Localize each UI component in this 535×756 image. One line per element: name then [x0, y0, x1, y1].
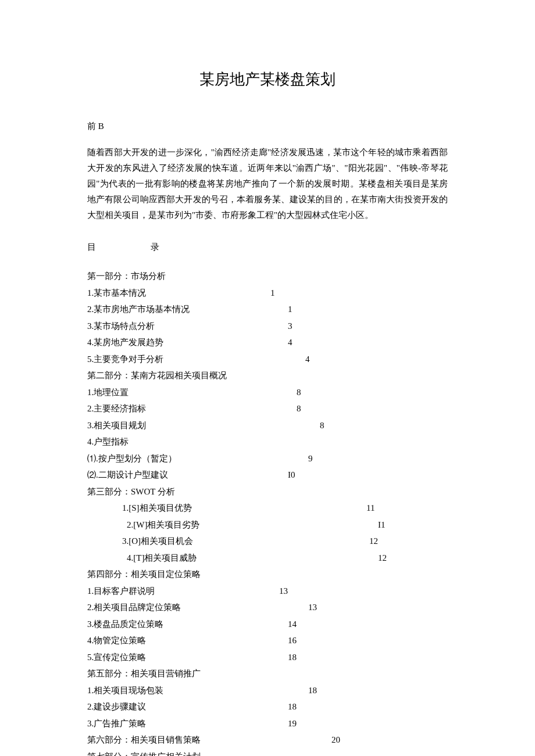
toc-row: 2.建设步骤建议18	[87, 698, 448, 715]
toc-entry-page: 11	[366, 501, 374, 515]
toc-entry-text: 3.[O]相关项目机会	[122, 535, 193, 548]
toc-entry-page: 9	[308, 452, 313, 465]
toc-entry-text: 3.相关项目规划	[87, 419, 146, 432]
toc-entry-text: 2.相关项目品牌定位策略	[87, 601, 181, 614]
toc-entry-text: 4.物管定位策略	[87, 634, 146, 647]
toc-row: 2.[W]相关项目劣势I1	[87, 517, 448, 533]
toc-entry-page: 13	[308, 601, 317, 614]
toc-entry-text: ⑵.二期设计户型建议	[87, 468, 168, 482]
preface-label: 前 B	[87, 120, 448, 133]
toc-row: 4.[T]相关项目威胁12	[87, 550, 448, 567]
toc-entry-text: 5.宣传定位策略	[87, 651, 146, 664]
toc-entry-text: 1.相关项目现场包装	[87, 684, 163, 697]
toc-row: 第三部分：SWOT 分析	[87, 483, 448, 500]
toc-entry-page: 12	[369, 535, 378, 548]
toc-heading-part2: 录	[151, 241, 159, 254]
toc-entry-text: 第二部分：某南方花园相关项目概况	[87, 369, 227, 382]
toc-entry-text: ⑴.按户型划分（暂定）	[87, 452, 177, 465]
toc-row: 第七部分：宣传推广相关计划	[87, 748, 448, 756]
toc-entry-text: 第四部分：相关项目定位策略	[87, 568, 201, 581]
toc-entry-page: 8	[297, 386, 301, 399]
toc-row: 4.户型指标	[87, 433, 448, 450]
toc-entry-page: 19	[288, 717, 297, 730]
toc-row: 2.某市房地产市场基本情况1	[87, 301, 448, 318]
toc-entry-text: 第三部分：SWOT 分析	[87, 485, 175, 499]
toc-entry-page: 18	[288, 651, 297, 664]
preface-body: 随着西部大开发的进一步深化，"渝西经济走廊"经济发展迅速，某市这个年轻的城市乘着…	[87, 145, 448, 223]
table-of-contents: 第一部分：市场分析1.某市基本情况12.某市房地产市场基本情况13.某市场特点分…	[87, 268, 448, 756]
toc-row: 3.楼盘品质定位策略14	[87, 616, 448, 633]
toc-heading-part1: 目	[87, 241, 96, 254]
toc-entry-text: 第五部分：相关项目营销推广	[87, 667, 201, 680]
toc-row: 第四部分：相关项目定位策略	[87, 566, 448, 583]
toc-row: ⑴.按户型划分（暂定）9	[87, 450, 448, 467]
toc-row: 3.某市场特点分析3	[87, 318, 448, 335]
toc-entry-text: 1.地理位置	[87, 386, 129, 399]
toc-row: 3.[O]相关项目机会12	[87, 533, 448, 550]
toc-row: 2.相关项目品牌定位策略13	[87, 599, 448, 616]
toc-row: 第二部分：某南方花园相关项目概况	[87, 367, 448, 384]
toc-row: 2.主要经济指标8	[87, 400, 448, 417]
toc-entry-text: 第六部分：相关项目销售策略	[87, 733, 201, 747]
toc-entry-text: 3.楼盘品质定位策略	[87, 618, 163, 631]
toc-entry-page: I1	[378, 518, 386, 532]
toc-entry-text: 3.某市场特点分析	[87, 320, 155, 333]
toc-row: 5.主要竞争对手分析4	[87, 351, 448, 368]
toc-row: 3.广告推广策略19	[87, 715, 448, 732]
toc-entry-page: 16	[288, 634, 297, 647]
toc-heading: 目 录	[87, 241, 448, 254]
toc-row: 3.相关项目规划8	[87, 417, 448, 434]
toc-entry-text: 2.[W]相关项目劣势	[122, 518, 199, 532]
toc-entry-page: 8	[320, 419, 324, 432]
toc-row: 1.地理位置8	[87, 384, 448, 401]
toc-entry-page: 20	[331, 733, 340, 747]
toc-entry-page: 4	[288, 336, 293, 349]
toc-entry-text: 3.广告推广策略	[87, 717, 146, 730]
toc-row: 第一部分：市场分析	[87, 268, 448, 285]
toc-entry-text: 1.某市基本情况	[87, 286, 146, 300]
toc-entry-page: 3	[288, 320, 293, 333]
toc-entry-page: 13	[279, 585, 288, 598]
toc-row: 第五部分：相关项目营销推广	[87, 665, 448, 682]
toc-entry-text: 4.某房地产发展趋势	[87, 336, 163, 349]
toc-entry-page: 1	[270, 286, 275, 300]
document-title: 某房地产某楼盘策划	[87, 68, 448, 91]
toc-entry-text: 4.户型指标	[87, 435, 129, 449]
toc-entry-page: 8	[297, 402, 301, 415]
toc-row: 4.某房地产发展趋势4	[87, 334, 448, 351]
toc-row: 1.目标客户群说明13	[87, 583, 448, 600]
toc-entry-page: 18	[288, 700, 297, 714]
toc-row: 4.物管定位策略16	[87, 632, 448, 649]
toc-entry-page: I0	[288, 468, 295, 482]
toc-row: 1.某市基本情况1	[87, 285, 448, 302]
toc-row: 1.[S]相关项目优势11	[87, 500, 448, 517]
toc-entry-text: 2.主要经济指标	[87, 402, 146, 415]
toc-row: ⑵.二期设计户型建议I0	[87, 467, 448, 483]
toc-row: 1.相关项目现场包装18	[87, 682, 448, 699]
toc-entry-page: 18	[308, 684, 317, 697]
toc-entry-page: 12	[378, 551, 387, 565]
toc-entry-page: 4	[305, 353, 310, 366]
toc-entry-text: 2.某市房地产市场基本情况	[87, 303, 190, 316]
toc-entry-text: 2.建设步骤建议	[87, 700, 146, 714]
toc-entry-page: 14	[288, 618, 297, 631]
toc-row: 第六部分：相关项目销售策略20	[87, 732, 448, 748]
toc-entry-text: 1.[S]相关项目优势	[122, 501, 192, 515]
toc-row: 5.宣传定位策略18	[87, 649, 448, 666]
toc-entry-text: 第七部分：宣传推广相关计划	[87, 750, 201, 756]
toc-entry-page: 1	[288, 303, 293, 316]
toc-entry-text: 第一部分：市场分析	[87, 270, 166, 283]
toc-entry-text: 5.主要竞争对手分析	[87, 353, 163, 366]
toc-entry-text: 1.目标客户群说明	[87, 585, 155, 598]
toc-entry-text: 4.[T]相关项目威胁	[122, 551, 197, 565]
